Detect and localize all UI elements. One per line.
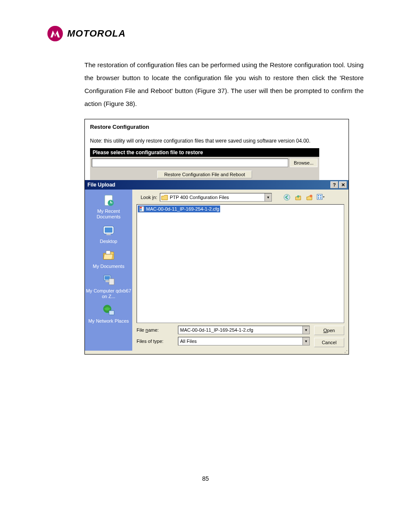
svg-rect-3 — [105, 227, 112, 233]
dialog-titlebar: File Upload ? ✕ — [85, 180, 349, 190]
filetype-dropdown[interactable]: All Files ▼ — [178, 337, 310, 345]
restore-note: Note: this utility will only restore con… — [90, 138, 343, 144]
places-bar: My Recent Documents Desktop — [85, 190, 132, 351]
svg-rect-5 — [106, 251, 110, 254]
dialog-title: File Upload — [87, 182, 115, 188]
file-item-name: MAC-00-0d-11_IP-169-254-1-2.cfg — [146, 206, 219, 212]
lookin-label: Look in: — [137, 195, 157, 200]
restore-reboot-button[interactable]: Restore Configuration File and Reboot — [157, 171, 252, 178]
place-my-computer[interactable]: My Computer qdxb67 on Z... — [85, 273, 132, 299]
filetype-value: All Files — [180, 339, 197, 344]
dropdown-arrow-icon[interactable]: ▼ — [302, 326, 309, 334]
svg-rect-21 — [140, 209, 142, 211]
svg-rect-16 — [320, 195, 321, 196]
restore-title: Restore Configuration — [90, 124, 343, 130]
back-icon[interactable] — [283, 193, 291, 201]
dropdown-arrow-icon[interactable]: ▼ — [302, 337, 309, 345]
open-button[interactable]: Open — [314, 326, 344, 335]
svg-point-12 — [284, 194, 290, 200]
place-label: Desktop — [100, 239, 117, 244]
place-label: My Computer qdxb67 on Z... — [85, 288, 132, 299]
recent-documents-icon — [101, 193, 116, 208]
svg-rect-17 — [318, 197, 319, 199]
svg-rect-14 — [317, 194, 322, 199]
place-desktop[interactable]: Desktop — [100, 223, 117, 244]
file-item-selected[interactable]: MAC-00-0d-11_IP-169-254-1-2.cfg — [138, 205, 220, 212]
cfg-file-icon — [139, 206, 145, 212]
my-documents-icon — [101, 248, 116, 263]
restore-select-bar: Please select the configuration file to … — [90, 148, 319, 157]
restore-file-input[interactable] — [92, 159, 288, 167]
place-my-documents[interactable]: My Documents — [93, 248, 124, 269]
browse-button[interactable]: Browse... — [290, 159, 318, 167]
restore-config-panel: Restore Configuration Note: this utility… — [85, 119, 349, 180]
lookin-value: PTP 400 Configuration Files — [170, 195, 229, 200]
folder-icon — [161, 194, 168, 200]
lookin-dropdown[interactable]: PTP 400 Configuration Files ▼ — [160, 193, 272, 202]
place-label: My Network Places — [88, 318, 129, 324]
filename-value: MAC-00-0d-11_IP-169-254-1-2.cfg — [180, 327, 253, 333]
svg-rect-9 — [106, 280, 109, 282]
cancel-button[interactable]: Cancel — [314, 338, 344, 347]
svg-rect-18 — [320, 197, 321, 199]
brand-text: MOTOROLA — [67, 28, 126, 39]
motorola-logo-icon — [47, 26, 63, 41]
svg-rect-4 — [106, 234, 111, 235]
filename-input[interactable]: MAC-00-0d-11_IP-169-254-1-2.cfg ▼ — [178, 326, 310, 334]
my-network-icon — [101, 303, 116, 317]
my-computer-icon — [101, 273, 116, 287]
help-button[interactable]: ? — [330, 181, 338, 188]
svg-rect-11 — [109, 311, 114, 315]
page-number: 85 — [47, 475, 364, 482]
place-label: My Recent Documents — [85, 208, 132, 220]
file-upload-dialog: File Upload ? ✕ — [85, 180, 349, 354]
view-menu-icon[interactable] — [317, 193, 324, 201]
svg-rect-8 — [109, 279, 114, 285]
place-label: My Documents — [93, 264, 124, 269]
desktop-icon — [101, 223, 116, 238]
up-one-level-icon[interactable] — [294, 193, 302, 201]
place-my-network[interactable]: My Network Places — [88, 303, 129, 324]
filetype-label: Files of type: — [137, 339, 175, 344]
dropdown-arrow-icon[interactable]: ▼ — [265, 193, 271, 201]
svg-point-13 — [310, 195, 312, 197]
brand-header: MOTOROLA — [47, 26, 364, 41]
svg-rect-15 — [318, 195, 319, 196]
file-list[interactable]: MAC-00-0d-11_IP-169-254-1-2.cfg — [137, 204, 344, 323]
resize-grip-icon[interactable]: ⋰ — [85, 351, 349, 354]
body-paragraph: The restoration of configuration files c… — [84, 59, 364, 110]
filename-label: File name: — [137, 327, 175, 333]
figure-screenshot: Restore Configuration Note: this utility… — [84, 119, 349, 355]
new-folder-icon[interactable] — [305, 193, 313, 201]
close-button[interactable]: ✕ — [339, 181, 347, 188]
svg-rect-20 — [140, 207, 142, 208]
place-recent-documents[interactable]: My Recent Documents — [85, 193, 132, 220]
